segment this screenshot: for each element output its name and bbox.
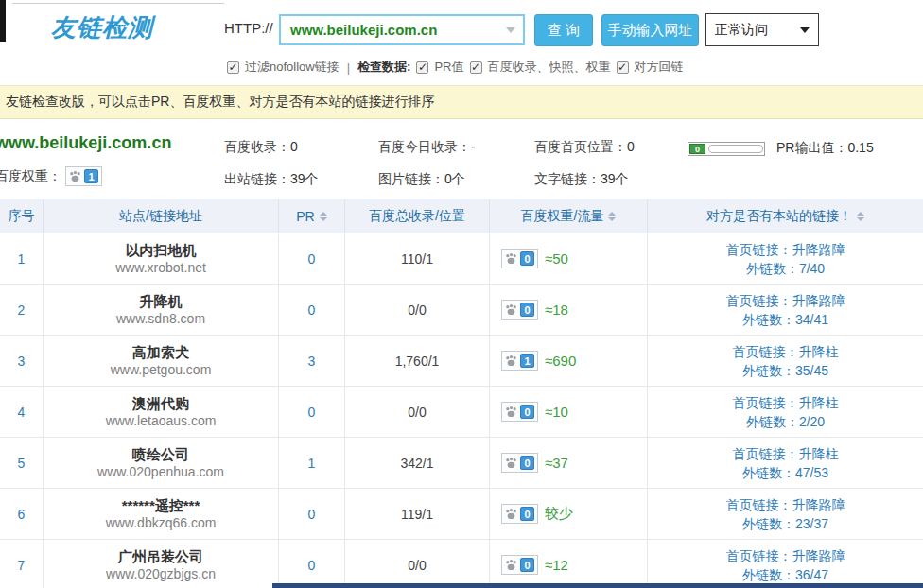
- baidu-weight-badge: 1: [501, 351, 538, 371]
- row-index-cell: 7: [0, 540, 44, 588]
- baidu-index-cell: 0/0: [345, 387, 490, 438]
- pr-value-cell: 0: [279, 285, 345, 336]
- homepage-link-info[interactable]: 首页链接：升降路障: [726, 546, 845, 565]
- weight-value: 0: [520, 507, 534, 521]
- outlink-count-info[interactable]: 外链数：35/45: [742, 361, 828, 380]
- baidu-index-checkbox-label: 百度收录、快照、权重: [488, 59, 611, 76]
- check-options-row: ✓ 过滤nofollow链接 | 检查数据: ✓ PR值 ✓ 百度收录、快照、权…: [227, 59, 684, 76]
- pr-value: 0: [308, 251, 316, 267]
- access-mode-value: 正常访问: [706, 22, 800, 39]
- column-header-label: 对方是否有本站的链接！: [706, 208, 852, 225]
- baidu-index-cell: 0/0: [345, 540, 490, 588]
- pr-checkbox[interactable]: ✓: [416, 61, 428, 74]
- homepage-link-info[interactable]: 首页链接：升降柱: [733, 342, 839, 361]
- baidu-weight-value: 1: [84, 169, 98, 183]
- stat-baidu-index: 百度收录：0: [224, 139, 298, 156]
- outlink-count-info[interactable]: 外链数：2/20: [746, 412, 825, 431]
- weight-value: 0: [520, 303, 534, 317]
- baidu-weight-badge: 0: [501, 249, 538, 268]
- backlink-cell: 首页链接：升降路障外链数：34/41: [648, 285, 923, 336]
- site-url[interactable]: www.020gzbjgs.cn: [106, 565, 216, 582]
- baidu-weight-badge: 1: [65, 166, 102, 186]
- outlink-count-info[interactable]: 外链数：36/47: [742, 565, 828, 584]
- weight-traffic-cell: 0≈18: [490, 285, 648, 336]
- backlink-cell: 首页链接：升降路障外链数：7/40: [648, 233, 923, 285]
- homepage-link-info[interactable]: 首页链接：升降柱: [733, 393, 839, 412]
- backlink-cell: 首页链接：升降路障外链数：23/37: [648, 489, 923, 540]
- traffic-estimate: ≈10: [545, 404, 568, 420]
- pr-value: 0: [308, 507, 316, 522]
- site-name: 升降机: [140, 292, 183, 310]
- row-index: 3: [18, 354, 26, 369]
- baidu-index-cell: 119/1: [345, 489, 490, 540]
- site-url[interactable]: www.letaoaus.com: [106, 412, 217, 429]
- homepage-link-info[interactable]: 首页链接：升降路障: [726, 291, 845, 310]
- site-url[interactable]: www.dbkzq66.com: [106, 514, 217, 531]
- site-name: 以内扫地机: [126, 241, 197, 259]
- backlink-cell: 首页链接：升降路障外链数：36/47: [648, 540, 923, 588]
- outlink-count-info[interactable]: 外链数：34/41: [742, 310, 828, 329]
- column-header-3[interactable]: PR: [279, 199, 345, 233]
- site-url[interactable]: www.petgou.com: [111, 361, 212, 378]
- baidu-index-checkbox[interactable]: ✓: [470, 61, 482, 74]
- site-url[interactable]: www.020penhua.com: [97, 463, 224, 480]
- outlink-count-info[interactable]: 外链数：23/37: [742, 514, 828, 533]
- row-index-cell: 1: [0, 233, 44, 285]
- baidu-index-cell: 0/0: [345, 285, 490, 336]
- baidu-weight-badge: 0: [501, 453, 538, 473]
- paw-icon: [505, 303, 517, 316]
- weight-value: 0: [520, 456, 534, 470]
- checked-domain: www.beilukeji.com.cn: [0, 133, 171, 153]
- baidu-weight-badge: 0: [501, 402, 538, 422]
- baidu-index-cell: 1,760/1: [345, 336, 490, 387]
- check-data-label: 检查数据:: [357, 59, 410, 76]
- column-header-5[interactable]: 百度权重/流量: [490, 199, 648, 233]
- query-button[interactable]: 查 询: [534, 14, 593, 46]
- pr-checkbox-label: PR值: [434, 59, 463, 76]
- site-url[interactable]: www.sdn8.com: [116, 310, 205, 327]
- sort-icon[interactable]: [608, 212, 616, 221]
- site-url[interactable]: www.xrobot.net: [115, 259, 206, 276]
- sort-icon[interactable]: [320, 212, 327, 221]
- column-header-6[interactable]: 对方是否有本站的链接！: [648, 199, 923, 233]
- paw-icon: [505, 355, 517, 367]
- top-divider: [12, 3, 224, 4]
- site-cell: 澳洲代购www.letaoaus.com: [44, 387, 279, 438]
- outlink-count-info[interactable]: 外链数：47/53: [742, 463, 828, 482]
- baidu-index-cell: 110/1: [345, 233, 490, 285]
- traffic-estimate: ≈50: [545, 251, 568, 267]
- url-input[interactable]: www.beilukeji.com.cn: [279, 14, 525, 45]
- stat-image-links: 图片链接：0个: [378, 171, 465, 188]
- sort-icon[interactable]: [857, 212, 864, 221]
- homepage-link-info[interactable]: 首页链接：升降路障: [726, 495, 845, 514]
- row-index-cell: 6: [0, 489, 44, 540]
- weight-traffic-cell: 0≈50: [490, 233, 648, 285]
- backlink-cell: 首页链接：升降柱外链数：2/20: [648, 387, 923, 438]
- paw-icon: [69, 170, 81, 182]
- traffic-estimate: ≈37: [545, 455, 568, 471]
- chevron-down-icon: [800, 27, 810, 33]
- access-mode-select[interactable]: 正常访问: [705, 13, 819, 46]
- chevron-down-icon[interactable]: [506, 27, 515, 33]
- site-name: ******遥控***: [122, 496, 200, 514]
- traffic-estimate: 较少: [545, 505, 573, 523]
- pr-value: 0: [308, 303, 316, 318]
- column-header-label: 站点/链接地址: [119, 208, 202, 225]
- manual-input-url-button[interactable]: 手动输入网址: [601, 14, 699, 46]
- column-header-label: 序号: [9, 208, 35, 225]
- homepage-link-info[interactable]: 首页链接：升降柱: [733, 444, 839, 463]
- column-header-label: 百度总收录/位置: [369, 208, 465, 225]
- pr-value: 0: [308, 558, 316, 573]
- backlink-checkbox[interactable]: ✓: [617, 61, 629, 74]
- backlink-cell: 首页链接：升降柱外链数：35/45: [648, 336, 923, 387]
- baidu-index-value: 0/0: [408, 303, 426, 318]
- outlink-count-info[interactable]: 外链数：7/40: [746, 259, 825, 278]
- column-header-1: 序号: [0, 199, 44, 233]
- homepage-link-info[interactable]: 首页链接：升降路障: [726, 240, 845, 259]
- url-input-value[interactable]: www.beilukeji.com.cn: [281, 22, 506, 38]
- paw-icon: [505, 252, 517, 265]
- filter-nofollow-checkbox[interactable]: ✓: [227, 61, 239, 74]
- baidu-weight-badge: 0: [501, 504, 538, 524]
- site-cell: 高加索犬www.petgou.com: [44, 336, 279, 387]
- baidu-weight-row: 百度权重： 1: [0, 166, 102, 186]
